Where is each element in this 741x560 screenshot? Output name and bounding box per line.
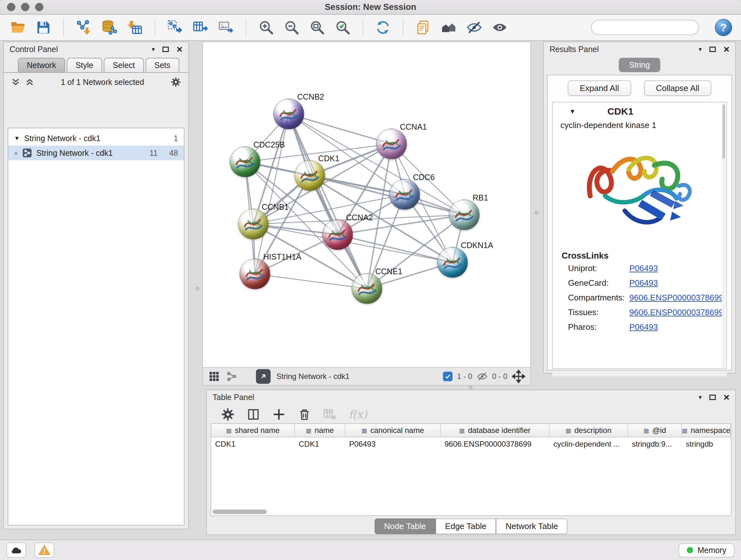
tree-expander-icon[interactable]: ▼ — [14, 135, 20, 142]
search-box[interactable] — [591, 20, 699, 35]
collapse-all-icon[interactable] — [11, 77, 20, 87]
fit-selected-crosshair-icon[interactable] — [512, 370, 525, 383]
expand-all-button[interactable]: Expand All — [568, 80, 631, 96]
maximize-window-button[interactable] — [35, 3, 44, 11]
export-table-icon[interactable] — [192, 18, 209, 37]
column-header-namespace[interactable]: ▦namespace — [682, 424, 731, 437]
network-node-cdkn1a[interactable] — [437, 247, 468, 278]
zoom-fit-icon[interactable] — [308, 18, 326, 37]
panel-menu-icon[interactable]: ▾ — [698, 393, 702, 401]
import-network-from-file-icon[interactable] — [75, 18, 92, 37]
birds-eye-grid-icon[interactable] — [208, 370, 220, 382]
help-button[interactable]: ? — [715, 19, 732, 36]
column-header-shared-name[interactable]: ▦shared name — [211, 424, 295, 437]
warnings-button[interactable] — [35, 543, 54, 558]
panel-menu-icon[interactable]: ▾ — [151, 45, 155, 53]
tab-network[interactable]: Network — [18, 58, 65, 72]
memory-button[interactable]: Memory — [678, 543, 735, 557]
network-row[interactable]: ● String Network - cdk1 11 48 — [8, 145, 184, 160]
home-icon[interactable] — [440, 18, 458, 37]
network-node-ccna2[interactable] — [322, 219, 353, 250]
cell-database-identifier[interactable]: 9606.ENSP00000378699 — [441, 437, 549, 451]
cloud-button[interactable] — [6, 543, 26, 558]
network-node-ccne1[interactable] — [352, 273, 382, 304]
tab-string[interactable]: String — [619, 58, 660, 72]
open-in-new-window-button[interactable] — [256, 369, 271, 384]
eye-icon[interactable] — [491, 18, 509, 37]
table-options-gear-icon[interactable] — [221, 408, 235, 422]
panel-float-icon[interactable] — [162, 47, 169, 52]
minimize-window-button[interactable] — [21, 3, 29, 11]
collapse-section-icon[interactable]: ▼ — [569, 108, 576, 115]
protein-card-header[interactable]: ▼ CDK1 — [553, 103, 726, 120]
show-columns-icon[interactable] — [246, 408, 260, 422]
crosslink-link[interactable]: P06493 — [629, 278, 658, 288]
column-header-name[interactable]: ▦name — [295, 424, 345, 437]
cell-canonical-name[interactable]: P06493 — [345, 437, 441, 451]
crosslink-link[interactable]: P06493 — [629, 322, 658, 332]
hidden-eye-icon[interactable] — [477, 371, 488, 382]
collapse-all-button[interactable]: Collapse All — [644, 80, 712, 96]
panel-menu-icon[interactable]: ▾ — [698, 45, 702, 53]
tab-edge-table[interactable]: Edge Table — [435, 518, 496, 534]
zoom-selected-icon[interactable] — [334, 18, 352, 37]
cell-id[interactable]: stringdb:9... — [628, 437, 682, 451]
network-node-ccna1[interactable] — [376, 129, 407, 159]
network-options-gear-icon[interactable] — [171, 77, 181, 87]
add-column-icon[interactable] — [272, 408, 286, 422]
tab-sets[interactable]: Sets — [145, 58, 179, 72]
selected-checkbox-icon[interactable] — [443, 372, 453, 381]
crosslink-link[interactable]: P06493 — [629, 263, 658, 273]
vertical-splitter-handle[interactable] — [535, 211, 538, 214]
tab-network-table[interactable]: Network Table — [496, 518, 567, 534]
search-input[interactable] — [600, 23, 699, 32]
network-canvas[interactable]: CCNB2CCNA1CDC25BCDK1CDC6RB1CCNB1CCNA2CDK… — [202, 42, 531, 368]
horizontal-splitter-handle[interactable] — [469, 385, 473, 389]
vertical-scrollbar[interactable] — [722, 103, 726, 368]
network-node-cdk1[interactable] — [294, 160, 325, 191]
network-overview-icon[interactable] — [226, 371, 238, 382]
close-window-button[interactable] — [7, 3, 15, 11]
eye-slash-icon[interactable] — [465, 18, 483, 37]
tab-node-table[interactable]: Node Table — [375, 518, 435, 534]
vertical-splitter-handle[interactable] — [196, 287, 199, 291]
network-node-rb1[interactable] — [449, 199, 480, 230]
cell-description[interactable]: cyclin-dependent ... — [549, 437, 628, 451]
table-horizontal-scrollbar[interactable] — [212, 509, 267, 514]
column-header-database-identifier[interactable]: ▦database identifier — [441, 424, 549, 437]
save-session-icon[interactable] — [35, 18, 52, 37]
panel-close-icon[interactable]: × — [724, 44, 730, 54]
crosslink-link[interactable]: 9606.ENSP00000378699 — [629, 307, 724, 317]
column-header-description[interactable]: ▦description — [549, 424, 628, 437]
zoom-out-icon[interactable] — [283, 18, 300, 37]
tab-style[interactable]: Style — [67, 58, 103, 72]
new-network-from-selection-icon[interactable] — [166, 18, 184, 37]
expand-all-icon[interactable] — [25, 77, 35, 87]
import-table-from-file-icon[interactable] — [126, 18, 144, 37]
network-node-cdc25b[interactable] — [230, 146, 260, 177]
refresh-view-icon[interactable] — [374, 18, 392, 37]
network-collection-row[interactable]: ▼ String Network - cdk1 1 — [8, 131, 184, 145]
cell-namespace[interactable]: stringdb — [682, 437, 731, 451]
column-header-id[interactable]: ▦@id — [628, 424, 682, 437]
export-image-icon[interactable] — [217, 18, 235, 37]
column-header-canonical-name[interactable]: ▦canonical name — [345, 424, 441, 437]
panel-float-icon[interactable] — [710, 395, 716, 400]
cell-shared-name[interactable]: CDK1 — [211, 437, 295, 451]
zoom-in-icon[interactable] — [257, 18, 275, 37]
copy-document-icon[interactable] — [414, 18, 432, 37]
tab-select[interactable]: Select — [104, 58, 144, 72]
network-node-hist1h1a[interactable] — [240, 259, 270, 289]
table-row[interactable]: CDK1 CDK1 P06493 9606.ENSP00000378699 cy… — [211, 437, 731, 451]
open-session-icon[interactable] — [9, 18, 27, 37]
panel-close-icon[interactable]: × — [177, 44, 183, 54]
network-node-ccnb1[interactable] — [238, 209, 269, 240]
network-node-cdc6[interactable] — [389, 179, 420, 210]
horizontal-scrollbar[interactable] — [552, 372, 727, 376]
cell-name[interactable]: CDK1 — [295, 437, 345, 451]
import-network-from-database-icon[interactable] — [100, 18, 118, 37]
panel-close-icon[interactable]: × — [724, 392, 730, 402]
crosslink-link[interactable]: 9606.ENSP00000378699 — [629, 293, 724, 303]
network-node-ccnb2[interactable] — [273, 99, 304, 129]
panel-float-icon[interactable] — [710, 47, 716, 52]
